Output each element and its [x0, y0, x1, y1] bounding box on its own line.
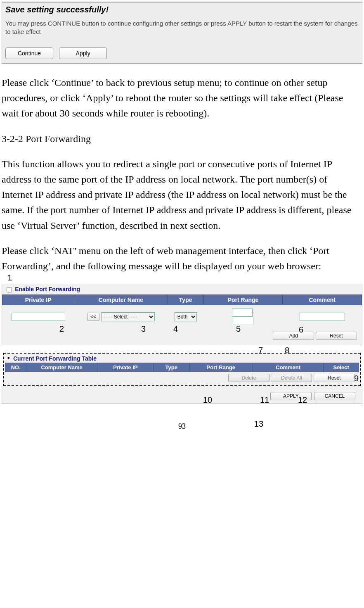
pf-header-row: Private IP Computer Name Type Port Range…: [2, 295, 362, 305]
continue-button[interactable]: Continue: [5, 48, 53, 59]
callout-6: 6: [299, 325, 303, 335]
pf-button-row: Add Reset: [2, 329, 362, 342]
current-port-forwarding-table: Current Port Forwarding Table NO. Comput…: [3, 353, 361, 386]
save-desc: You may press CONTINUE button to continu…: [5, 19, 359, 36]
hdr-computer-name: Computer Name: [74, 295, 168, 305]
paragraph-2: This function allows you to redirect a s…: [2, 157, 359, 233]
copy-left-button[interactable]: <<: [87, 313, 99, 321]
callout-8: 8: [285, 346, 289, 355]
chdr-select: Select: [324, 363, 359, 372]
save-title: Save setting successfully!: [5, 5, 359, 14]
port-range-sep: -: [253, 309, 254, 316]
hdr-comment: Comment: [283, 295, 362, 305]
comment-input[interactable]: [300, 313, 345, 321]
paragraph-1: Please click ‘Continue’ to back to previ…: [2, 75, 359, 121]
callout-12: 12: [298, 395, 307, 405]
hdr-port-range: Port Range: [203, 295, 283, 305]
callout-2: 2: [59, 324, 64, 334]
callout-7: 7: [258, 346, 263, 355]
hdr-type: Type: [168, 295, 203, 305]
current-table-title: Current Port Forwarding Table: [5, 354, 359, 363]
chdr-comment: Comment: [253, 363, 323, 372]
reset-button[interactable]: Reset: [316, 332, 357, 340]
apply-cancel-row: APPLY CANCEL: [2, 386, 362, 404]
pf-input-row: << ------Select------ Both -: [2, 305, 362, 330]
callout-9: 9: [354, 374, 359, 383]
callout-3: 3: [141, 324, 146, 334]
paragraph-3: Please click ‘NAT’ menu on the left of w…: [2, 243, 359, 274]
callout-1: 1: [7, 273, 12, 283]
callout-11: 11: [260, 395, 269, 405]
current-button-row: Delete Delete All Reset: [5, 372, 359, 383]
section-heading: 3-2-2 Port Forwarding: [2, 131, 359, 147]
port-forwarding-panel: Enable Port Forwarding Private IP Comput…: [2, 284, 362, 345]
enable-port-forwarding-checkbox[interactable]: [7, 287, 12, 292]
delete-all-button[interactable]: Delete All: [271, 374, 312, 382]
apply-button-top[interactable]: Apply: [59, 48, 107, 59]
document-body: Please click ‘Continue’ to back to previ…: [0, 75, 361, 274]
hdr-private-ip: Private IP: [2, 295, 74, 305]
callout-13: 13: [254, 419, 263, 429]
delete-button[interactable]: Delete: [228, 374, 269, 382]
callout-4: 4: [173, 324, 178, 334]
enable-port-forwarding-label: Enable Port Forwarding: [15, 286, 80, 292]
chdr-private-ip: Private IP: [97, 363, 154, 372]
save-setting-panel: Save setting successfully! You may press…: [2, 2, 362, 64]
private-ip-input[interactable]: [12, 313, 65, 321]
reset-button-2[interactable]: Reset: [314, 374, 355, 382]
page-number: 93: [0, 422, 364, 434]
add-button[interactable]: Add: [273, 332, 314, 340]
callout-5: 5: [236, 324, 241, 334]
port-range-start-input[interactable]: [232, 309, 253, 317]
chdr-computer-name: Computer Name: [26, 363, 97, 372]
callout-10: 10: [203, 395, 212, 405]
cancel-button[interactable]: CANCEL: [314, 392, 355, 400]
port-forwarding-screenshot: 1 Enable Port Forwarding Private IP Comp…: [2, 284, 362, 386]
current-header-row: NO. Computer Name Private IP Type Port R…: [5, 363, 359, 372]
chdr-type: Type: [154, 363, 189, 372]
chdr-no: NO.: [5, 363, 26, 372]
chdr-port-range: Port Range: [189, 363, 253, 372]
computer-name-select[interactable]: ------Select------: [101, 312, 155, 321]
type-select[interactable]: Both: [175, 312, 197, 321]
